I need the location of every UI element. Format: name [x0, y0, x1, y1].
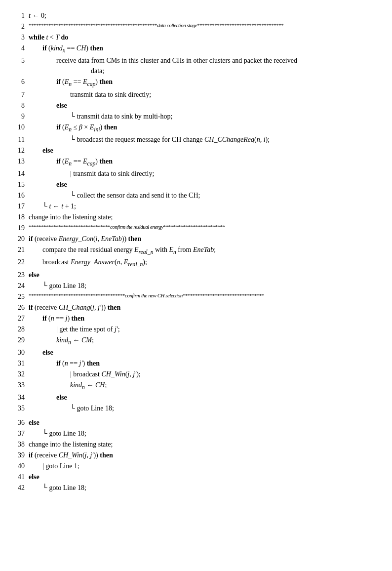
line-num-29: 29 [15, 335, 29, 345]
line-content-32: | broadcast CH_Win(j, j′); [29, 369, 377, 379]
line-content-15: else [29, 179, 377, 190]
line-num-16: 16 [15, 190, 29, 201]
line-8: 8 else [15, 100, 377, 111]
line-content-37: └ goto Line 18; [29, 428, 377, 439]
line-content-27: if (n == j) then [29, 313, 377, 324]
line-num-13: 13 [15, 156, 29, 166]
line-content-40: | goto Line 1; [29, 461, 377, 471]
line-18: 18 change into the listening state; [15, 212, 377, 222]
line-26: 26 if (receive CH_Chang(j, j′)) then [15, 302, 377, 313]
line-3: 3 while t < T do [15, 32, 377, 42]
line-content-26: if (receive CH_Chang(j, j′)) then [29, 302, 377, 313]
line-num-42: 42 [15, 483, 29, 493]
line-37: 37 └ goto Line 18; [15, 428, 377, 439]
line-42: 42 └ goto Line 18; [15, 483, 377, 493]
line-num-21: 21 [15, 245, 29, 255]
line-num-7: 7 [15, 89, 29, 100]
line-num-1: 1 [15, 10, 29, 21]
line-1: 1 t ← 0; [15, 10, 377, 21]
line-num-17: 17 [15, 201, 29, 211]
line-num-11: 11 [15, 134, 29, 145]
line-num-38: 38 [15, 439, 29, 449]
line-content-18: change into the listening state; [29, 212, 377, 222]
line-content-11: └ broadcast the request message for CH c… [29, 134, 377, 145]
line-num-19: 19 [15, 223, 29, 233]
line-content-33: kindn ← CH; [29, 380, 377, 392]
line-num-6: 6 [15, 77, 29, 87]
line-content-12: else [29, 145, 377, 156]
line-num-35: 35 [15, 403, 29, 413]
line-content-4: if (kindx == CH) then [29, 43, 377, 55]
line-content-39: if (receive CH_Win(j, j′)) then [29, 450, 377, 460]
line-content-17: └ t ← t + 1; [29, 201, 377, 211]
line-6: 6 if (En == Ecap) then [15, 77, 377, 88]
line-num-5: 5 [15, 55, 29, 66]
line-17: 17 └ t ← t + 1; [15, 201, 377, 211]
line-num-15: 15 [15, 179, 29, 190]
line-num-22: 22 [15, 257, 29, 267]
line-num-8: 8 [15, 100, 29, 111]
line-11: 11 └ broadcast the request message for C… [15, 134, 377, 145]
line-content-2: ****************************************… [29, 21, 377, 30]
line-content-13: if (En == Ecap) then [29, 156, 377, 168]
line-35: 35 └ goto Line 18; [15, 403, 377, 413]
line-41: 41 else [15, 472, 377, 482]
line-num-36: 36 [15, 417, 29, 428]
line-4: 4 if (kindx == CH) then [15, 43, 377, 55]
line-num-23: 23 [15, 270, 29, 280]
line-content-3: while t < T do [29, 32, 377, 42]
line-2: 2 **************************************… [15, 21, 377, 32]
line-content-31: if (n == j′) then [29, 358, 377, 368]
line-content-8: else [29, 100, 377, 111]
line-27: 27 if (n == j) then [15, 313, 377, 324]
line-content-22: broadcast Energy_Answer(n, Ereal_n); [29, 257, 377, 269]
line-num-25: 25 [15, 291, 29, 302]
line-31: 31 if (n == j′) then [15, 358, 377, 368]
line-content-36: else [29, 417, 377, 428]
line-num-34: 34 [15, 392, 29, 403]
line-num-31: 31 [15, 358, 29, 368]
spacer-35-36 [15, 414, 377, 417]
line-21: 21 compare the real residual energy Erea… [15, 245, 377, 256]
line-content-5: receive data from CMs in this cluster an… [29, 55, 377, 76]
line-content-34: else [29, 392, 377, 403]
line-38: 38 change into the listening state; [15, 439, 377, 449]
line-29: 29 kindn ← CM; [15, 335, 377, 347]
line-num-3: 3 [15, 32, 29, 42]
line-content-23: else [29, 270, 377, 280]
line-content-21: compare the real residual energy Ereal_n… [29, 245, 377, 256]
line-content-1: t ← 0; [29, 10, 377, 21]
line-25: 25 *************************************… [15, 291, 377, 302]
line-num-32: 32 [15, 369, 29, 379]
line-34: 34 else [15, 392, 377, 403]
line-9: 9 └ transmit data to sink by multi-hop; [15, 111, 377, 122]
line-19: 19 *********************************conf… [15, 223, 377, 233]
line-32: 32 | broadcast CH_Win(j, j′); [15, 369, 377, 379]
line-num-41: 41 [15, 472, 29, 482]
line-num-33: 33 [15, 380, 29, 390]
line-30: 30 else [15, 347, 377, 358]
line-content-35: └ goto Line 18; [29, 403, 377, 413]
line-content-29: kindn ← CM; [29, 335, 377, 347]
line-13: 13 if (En == Ecap) then [15, 156, 377, 168]
line-num-18: 18 [15, 212, 29, 222]
line-39: 39 if (receive CH_Win(j, j′)) then [15, 450, 377, 460]
line-content-28: | get the time spot of j′; [29, 324, 377, 334]
line-24: 24 └ goto Line 18; [15, 281, 377, 291]
line-num-14: 14 [15, 168, 29, 179]
line-num-40: 40 [15, 461, 29, 471]
line-num-20: 20 [15, 234, 29, 244]
line-content-16: └ collect the sensor data and send it to… [29, 190, 377, 201]
line-7: 7 transmit data to sink directly; [15, 89, 377, 100]
line-num-10: 10 [15, 122, 29, 132]
algorithm-container: 1 t ← 0; 2 *****************************… [15, 10, 377, 493]
line-content-7: transmit data to sink directly; [29, 89, 377, 100]
line-num-30: 30 [15, 347, 29, 358]
line-22: 22 broadcast Energy_Answer(n, Ereal_n); [15, 257, 377, 269]
line-23: 23 else [15, 270, 377, 280]
line-content-30: else [29, 347, 377, 358]
line-content-19: *********************************confirm… [29, 223, 377, 231]
line-content-24: └ goto Line 18; [29, 281, 377, 291]
line-content-20: if (receive Energy_Con(i, EneTab)) then [29, 234, 377, 244]
line-num-39: 39 [15, 450, 29, 460]
